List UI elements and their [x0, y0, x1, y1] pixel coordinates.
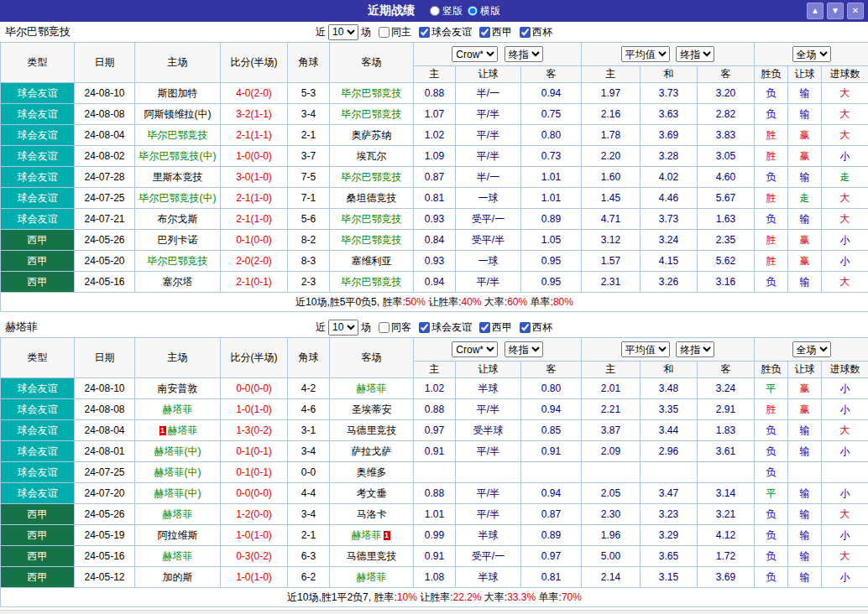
avg-home-cell: 1.57	[582, 251, 641, 272]
col-avg-away: 客	[698, 362, 755, 378]
odds-away-cell: 0.91	[521, 441, 582, 462]
team-link-highlighted: 毕尔巴鄂竞技	[342, 171, 402, 183]
games-count-select[interactable]: 10	[328, 24, 358, 40]
move-up-button[interactable]: ▲	[807, 3, 824, 19]
same-venue-checkbox[interactable]	[379, 322, 390, 333]
avg-away-cell: 3.20	[698, 83, 755, 104]
near-label: 近	[316, 25, 326, 39]
league-filter-friendly[interactable]: 球会友谊	[419, 320, 472, 335]
close-button[interactable]: ✕	[847, 3, 864, 19]
summary-stat-label: 近10场,胜1平2负7, 胜率:	[287, 591, 397, 603]
avg-away-cell: 1.72	[698, 546, 755, 567]
avg-draw-cell: 3.48	[641, 378, 698, 399]
layout-vertical-radio[interactable]	[430, 6, 440, 16]
league-filter-friendly-checkbox[interactable]	[419, 322, 430, 333]
games-label: 场	[361, 320, 371, 335]
near-label: 近	[316, 320, 326, 335]
col-away: 客场	[330, 338, 414, 378]
avg-away-cell: 3.21	[698, 504, 755, 525]
games-count-select[interactable]: 10	[328, 320, 358, 336]
team-link-highlighted: 赫塔菲	[352, 529, 382, 541]
avg-draw-cell: 3.69	[641, 125, 698, 146]
avg-draw-cell: 3.63	[641, 104, 698, 125]
matches-table: 类型 日期 主场 比分(半场) 角球 客场 Crow* 终指 平均值 终指	[0, 42, 868, 312]
league-filter-friendly-checkbox[interactable]	[419, 27, 430, 38]
score-cell: 2-1(1-0)	[221, 209, 288, 230]
move-down-button[interactable]: ▼	[827, 3, 844, 19]
avg-final-select[interactable]: 终指	[676, 341, 714, 357]
date-cell: 24-05-19	[75, 525, 135, 546]
score-cell: 1-3(0-2)	[221, 420, 288, 441]
league-filter-copa-checkbox[interactable]	[520, 322, 531, 333]
col-type: 类型	[1, 43, 75, 83]
odds-home-cell: 1.01	[414, 504, 456, 525]
layout-horizontal-option[interactable]: 横版	[468, 4, 500, 18]
league-filter-laliga[interactable]: 西甲	[479, 25, 512, 39]
handicap-result-cell: 赢	[788, 399, 822, 420]
odds-handicap-cell: 受平/一	[456, 209, 521, 230]
odds-home-cell: 0.84	[414, 230, 456, 251]
league-type-cell: 球会友谊	[1, 104, 75, 125]
avg-draw-cell: 3.65	[641, 546, 698, 567]
filters: 近 10 场 同客 球会友谊 西甲 西杯	[316, 320, 552, 336]
winlose-cell: 负	[755, 462, 788, 483]
avg-away-cell: 3.05	[698, 146, 755, 167]
odds-source-select[interactable]: Crow*	[452, 46, 498, 62]
topbar: 近期战绩 竖版 横版 ▲ ▼ ✕	[0, 0, 868, 22]
league-type-cell: 西甲	[1, 567, 75, 588]
summary-stat-value: 60%	[507, 296, 527, 308]
team-link-highlighted: 赫塔菲(中)	[154, 487, 201, 499]
same-venue-filter[interactable]: 同主	[379, 25, 411, 39]
goals-result-cell: 大	[822, 272, 868, 293]
avg-select[interactable]: 平均值	[621, 341, 670, 357]
odds-source-select[interactable]: Crow*	[452, 341, 498, 357]
league-filter-copa[interactable]: 西杯	[520, 320, 552, 335]
team-name: 毕尔巴鄂竞技	[5, 24, 71, 39]
layout-vertical-option[interactable]: 竖版	[430, 4, 463, 18]
odds-home-cell	[414, 462, 456, 483]
odds-final-select[interactable]: 终指	[505, 46, 543, 62]
odds-home-cell: 1.07	[414, 104, 456, 125]
col-avg-away: 客	[698, 66, 755, 83]
date-cell: 24-05-26	[75, 504, 135, 525]
scope-select[interactable]: 全场	[792, 341, 831, 357]
handicap-result-cell: 输	[788, 546, 822, 567]
away-team-cell: 毕尔巴鄂竞技	[330, 167, 414, 188]
goals-result-cell: 小	[822, 399, 868, 420]
horizontal-scrollbar[interactable]	[0, 610, 868, 614]
odds-handicap-cell: 一球	[456, 251, 521, 272]
away-team-cell: 塞维利亚	[330, 251, 414, 272]
league-filter-friendly[interactable]: 球会友谊	[419, 25, 472, 39]
league-filter-copa[interactable]: 西杯	[520, 25, 552, 39]
handicap-result-cell: 输	[788, 441, 822, 462]
winlose-cell: 负	[755, 525, 788, 546]
matches-tbody: 球会友谊24-08-10斯图加特4-0(2-0)5-3毕尔巴鄂竞技0.88半/一…	[1, 83, 868, 293]
same-venue-filter[interactable]: 同客	[379, 320, 411, 335]
score-cell: 1-0(1-0)	[221, 399, 288, 420]
league-filter-laliga-checkbox[interactable]	[479, 322, 490, 333]
match-row: 球会友谊24-07-21布尔戈斯2-1(1-0)5-6毕尔巴鄂竞技0.93受平/…	[1, 209, 868, 230]
layout-horizontal-radio[interactable]	[468, 6, 478, 16]
league-filter-laliga-checkbox[interactable]	[479, 27, 490, 38]
corner-cell: 3-1	[288, 420, 330, 441]
league-filter-copa-checkbox[interactable]	[520, 27, 531, 38]
odds-final-select[interactable]: 终指	[505, 341, 543, 357]
team-link-highlighted: 毕尔巴鄂竞技	[148, 129, 208, 141]
team-link-highlighted: 毕尔巴鄂竞技	[342, 213, 402, 225]
same-venue-checkbox[interactable]	[379, 27, 390, 38]
avg-home-cell: 2.16	[582, 104, 641, 125]
odds-group-header: Crow* 终指	[414, 43, 582, 66]
goals-result-cell: 大	[822, 83, 868, 104]
avg-away-cell: 5.62	[698, 251, 755, 272]
avg-home-cell: 2.09	[582, 441, 641, 462]
avg-final-select[interactable]: 终指	[676, 46, 714, 62]
handicap-result-cell: 走	[788, 188, 822, 209]
scope-select[interactable]: 全场	[792, 46, 831, 62]
date-cell: 24-08-10	[75, 83, 135, 104]
avg-select[interactable]: 平均值	[621, 46, 670, 62]
summary-stat-label: 单率:	[527, 296, 553, 308]
league-filter-laliga[interactable]: 西甲	[479, 320, 512, 335]
winlose-cell: 负	[755, 83, 788, 104]
avg-home-cell: 1.97	[582, 83, 641, 104]
avg-home-cell: 3.12	[582, 230, 641, 251]
